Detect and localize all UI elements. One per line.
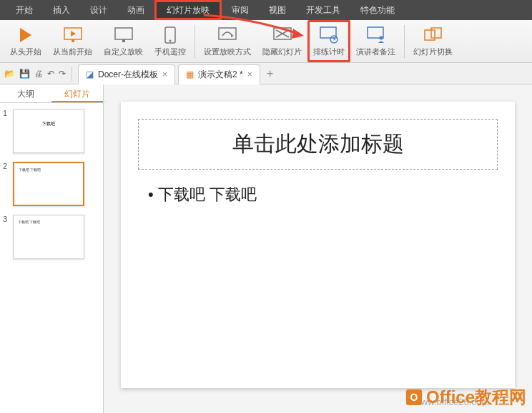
slide-panel: 大纲 幻灯片 1 下载吧 2 下载吧 下载吧 + ▸ 3 (0, 84, 104, 413)
ribbon-phone-control[interactable]: 手机遥控 (149, 25, 192, 57)
play-icon (16, 25, 36, 45)
presentation-icon: ▦ (186, 69, 194, 79)
menu-slideshow[interactable]: 幻灯片放映 (154, 0, 222, 20)
thumbnail-active[interactable]: 下载吧 下载吧 (13, 162, 84, 206)
thumbnail-row[interactable]: 2 下载吧 下载吧 + ▸ (3, 162, 100, 206)
add-tab-button[interactable]: + (263, 67, 277, 80)
thumb-number: 3 (3, 215, 10, 223)
watermark-icon: O (406, 389, 422, 405)
svg-rect-2 (115, 28, 132, 39)
ribbon-label: 自定义放映 (104, 47, 143, 57)
content-area: 大纲 幻灯片 1 下载吧 2 下载吧 下载吧 + ▸ 3 (0, 84, 532, 413)
title-placeholder[interactable]: 单击此处添加标题 (138, 119, 498, 170)
transition-icon (423, 25, 443, 45)
thumbnail[interactable]: 下载吧 下载吧 (13, 215, 84, 259)
svg-rect-3 (122, 39, 125, 42)
ribbon-from-current[interactable]: 从当前开始 (47, 25, 98, 57)
ribbon-separator (194, 25, 195, 58)
slide-person-icon (366, 25, 386, 45)
ribbon-label: 幻灯片切换 (413, 47, 453, 57)
slides-tab[interactable]: 幻灯片 (51, 84, 103, 102)
watermark: O Office教程网 (406, 386, 526, 409)
menu-view[interactable]: 视图 (259, 0, 296, 20)
document-tab-docer[interactable]: ◪ Docer-在线模板 × (78, 64, 175, 84)
slide-cross-icon (272, 25, 292, 45)
phone-icon (160, 25, 180, 45)
title-text: 单击此处添加标题 (149, 130, 487, 159)
watermark-brand: Office教程网 (426, 386, 526, 409)
menu-animation[interactable]: 动画 (117, 0, 154, 20)
screen-icon (114, 25, 134, 45)
save-icon[interactable]: 💾 (19, 69, 30, 79)
ribbon-label: 手机遥控 (154, 47, 186, 57)
slide-clock-icon (319, 25, 339, 45)
menu-review[interactable]: 审阅 (222, 0, 259, 20)
redo-icon[interactable]: ↷ (59, 69, 66, 79)
body-text[interactable]: 下载吧 下载吧 (138, 184, 498, 205)
ribbon-label: 从当前开始 (53, 47, 92, 57)
screen-arrow-icon (217, 25, 237, 45)
menu-insert[interactable]: 插入 (43, 0, 80, 20)
slide-canvas: 单击此处添加标题 下载吧 下载吧 (104, 84, 532, 413)
thumbnail-list: 1 下载吧 2 下载吧 下载吧 + ▸ 3 下载吧 下载吧 (0, 103, 103, 413)
ribbon-separator (404, 25, 405, 58)
screen-play-icon (63, 25, 83, 45)
tab-close-icon[interactable]: × (162, 69, 167, 79)
doc-icon: ◪ (86, 69, 94, 79)
ribbon-label: 演讲者备注 (356, 47, 395, 57)
tab-close-icon[interactable]: × (247, 69, 252, 79)
document-tab-presentation[interactable]: ▦ 演示文稿2 * × (178, 64, 260, 84)
thumbnail-row[interactable]: 1 下载吧 (3, 109, 100, 153)
menu-bar: 开始 插入 设计 动画 幻灯片放映 审阅 视图 开发工具 特色功能 (0, 0, 532, 20)
print-icon[interactable]: 🖨 (34, 69, 43, 79)
thumbnail[interactable]: 下载吧 (13, 109, 84, 153)
ribbon-label: 设置放映方式 (204, 47, 251, 57)
ribbon-from-start[interactable]: 从头开始 (4, 25, 47, 57)
menu-start[interactable]: 开始 (6, 0, 43, 20)
thumb-content: 下载吧 (14, 110, 84, 127)
ribbon-slide-transition[interactable]: 幻灯片切换 (408, 25, 458, 57)
ribbon-label: 隐藏幻灯片 (262, 47, 302, 57)
ribbon: 从头开始 从当前开始 自定义放映 手机遥控 设置放映方式 隐藏幻灯片 排练计时 … (0, 20, 532, 63)
folder-open-icon[interactable]: 📂 (4, 69, 15, 79)
thumb-number: 2 (3, 162, 10, 170)
slide[interactable]: 单击此处添加标题 下载吧 下载吧 (121, 102, 515, 388)
menu-features[interactable]: 特色功能 (350, 0, 405, 20)
svg-rect-12 (425, 30, 435, 40)
ribbon-label: 从头开始 (10, 47, 41, 57)
ribbon-custom-slideshow[interactable]: 自定义放映 (98, 25, 149, 57)
ribbon-hide-slide[interactable]: 隐藏幻灯片 (257, 25, 307, 57)
ribbon-rehearse-timings[interactable]: 排练计时 (307, 20, 350, 62)
ribbon-setup-show[interactable]: 设置放映方式 (198, 25, 257, 57)
tab-label: Docer-在线模板 (98, 69, 158, 81)
svg-rect-6 (219, 28, 236, 39)
menu-devtools[interactable]: 开发工具 (296, 0, 350, 20)
ribbon-label: 排练计时 (313, 47, 345, 57)
ribbon-speaker-notes[interactable]: 演讲者备注 (350, 25, 401, 57)
menu-design[interactable]: 设计 (80, 0, 117, 20)
tab-label: 演示文稿2 * (198, 69, 243, 81)
svg-point-5 (169, 40, 172, 42)
thumb-content: 下载吧 下载吧 (14, 215, 84, 228)
svg-rect-1 (72, 39, 74, 42)
svg-point-11 (379, 37, 383, 40)
svg-rect-13 (431, 28, 441, 38)
document-bar: 📂 💾 🖨 ↶ ↷ ◪ Docer-在线模板 × ▦ 演示文稿2 * × + (0, 63, 532, 84)
outline-tab[interactable]: 大纲 (0, 84, 51, 102)
thumb-number: 1 (3, 109, 10, 117)
thumb-content: 下载吧 下载吧 (14, 163, 83, 176)
separator (72, 67, 72, 81)
thumbnail-row[interactable]: 3 下载吧 下载吧 (3, 215, 100, 259)
undo-icon[interactable]: ↶ (47, 69, 54, 79)
